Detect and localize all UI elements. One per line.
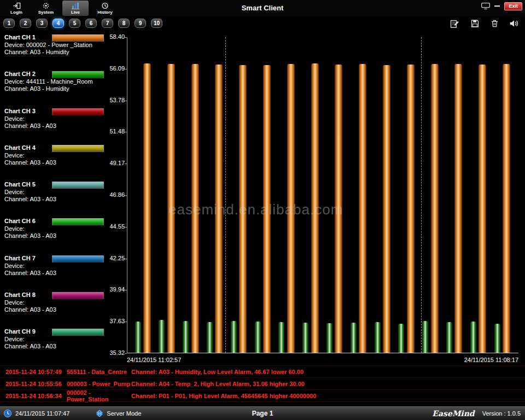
y-axis-label: 35.32 [109, 349, 125, 356]
x-axis-labels: 24/11/2015 11:02:57 24/11/2015 11:08:17 [127, 357, 518, 363]
save-button[interactable] [468, 18, 481, 30]
bar-ch2 [398, 324, 404, 353]
channel-color-swatch [52, 145, 104, 152]
display-toggle-button[interactable] [481, 2, 490, 10]
page-tab-8[interactable]: 8 [118, 19, 130, 28]
channel-device: Device: [4, 152, 25, 159]
live-chart: easemind.en.alibaba.com 24/11/2015 11:02… [109, 31, 525, 365]
channel-device: Device: 444111 - Machine_Room [4, 78, 93, 85]
live-icon [71, 2, 80, 9]
bar-ch2 [183, 321, 189, 353]
version-label: Version : 1.0.5 [482, 410, 521, 417]
channel-color-swatch [52, 292, 104, 299]
bar-ch1 [263, 65, 271, 353]
bar-ch1 [454, 64, 462, 353]
page-tab-1[interactable]: 1 [3, 19, 15, 28]
channel-name: Chart CH 9 [4, 328, 36, 335]
chart-plot-area: easemind.en.alibaba.com [127, 37, 518, 353]
y-axis-label: 39.94 [109, 286, 125, 293]
channel-channel: Channel: A03 - A03 [4, 343, 56, 349]
edit-button[interactable] [448, 18, 462, 30]
status-bar: 24/11/2015 11:07:47 Server Mode Page 1 E… [0, 406, 525, 420]
page-tab-4[interactable]: 4 [52, 19, 64, 28]
channel-color-swatch [52, 34, 104, 42]
channel-device: Device: [4, 336, 25, 342]
x-axis-start-label: 24/11/2015 11:02:57 [127, 357, 181, 363]
channel-device: Device: [4, 262, 25, 269]
channel-name: Chart CH 4 [4, 144, 36, 151]
page-tabs: 12345678910 [3, 19, 162, 28]
bar-ch2 [470, 322, 476, 353]
page-tab-10[interactable]: 10 [151, 19, 162, 28]
bar-ch1 [215, 65, 223, 353]
nav-live-button[interactable]: Live [62, 1, 89, 16]
y-axis-label: 58.40 [109, 33, 125, 40]
bar-ch2 [255, 322, 261, 353]
y-axis-tick [125, 290, 127, 290]
bar-ch2 [422, 321, 428, 353]
page-tab-9[interactable]: 9 [135, 19, 146, 28]
alarm-row[interactable]: 2015-11-24 10:56:34000002 - Power_Statio… [0, 390, 525, 402]
page-tab-6[interactable]: 6 [85, 19, 97, 28]
channel-legend-9[interactable]: Chart CH 9Device:Channel: A03 - A03 [0, 328, 109, 365]
channel-name: Chart CH 2 [4, 71, 36, 77]
bar-ch1 [431, 64, 439, 353]
smart-client-window: LoginSystemLiveHistory Smart Client Exit… [0, 0, 525, 420]
vertical-gridline [421, 37, 422, 353]
alarm-row[interactable]: 2015-11-24 10:55:56000003 - Power_PumpCh… [0, 378, 525, 390]
bar-ch1 [407, 65, 415, 353]
bar-ch1 [167, 64, 175, 353]
server-mode-label: Server Mode [107, 410, 141, 417]
channel-legend-5[interactable]: Chart CH 5Device:Channel: A03 - A03 [0, 181, 109, 218]
nav-label: Login [10, 10, 22, 15]
minimize-button[interactable] [494, 2, 500, 10]
nav-login-button[interactable]: Login [3, 1, 30, 16]
channel-legend-7[interactable]: Chart CH 7Device:Channel: A03 - A03 [0, 255, 109, 291]
channel-device: Device: [4, 299, 25, 306]
channel-name: Chart CH 8 [4, 291, 36, 298]
bar-ch1 [311, 63, 319, 353]
bar-ch2 [302, 323, 308, 353]
bar-ch1 [287, 64, 295, 353]
alarm-row[interactable]: 2015-11-24 10:57:49555111 - Data_CentreC… [0, 366, 525, 378]
channel-color-swatch [52, 255, 104, 262]
y-axis-tick [125, 353, 127, 354]
channel-channel: Channel: A03 - A03 [4, 270, 56, 276]
x-axis-end-label: 24/11/2015 11:08:17 [464, 357, 518, 363]
nav-system-button[interactable]: System [33, 1, 59, 16]
channel-legend-6[interactable]: Chart CH 6Device:Channel: A03 - A03 [0, 218, 109, 254]
page-tab-7[interactable]: 7 [102, 19, 113, 28]
nav-label: System [38, 10, 54, 15]
nav-history-button[interactable]: History [92, 1, 118, 16]
bar-ch2 [375, 322, 381, 353]
channel-legend-3[interactable]: Chart CH 3Device:Channel: A03 - A03 [0, 108, 109, 144]
history-icon [101, 2, 109, 9]
system-icon [42, 2, 50, 9]
channel-legend-1[interactable]: Chart CH 1Device: 000002 - Power _Statio… [0, 34, 109, 71]
audio-button[interactable] [508, 18, 521, 30]
clock-icon [3, 409, 12, 418]
login-icon [13, 2, 21, 9]
bar-ch2 [494, 324, 500, 353]
channel-legend-4[interactable]: Chart CH 4Device:Channel: A03 - A03 [0, 144, 109, 181]
channel-channel: Channel: A03 - Humidity [4, 85, 69, 92]
alarm-message: Channel: A03 - Humidity, Low Level Alarm… [131, 369, 525, 375]
y-axis-tick [125, 195, 127, 196]
bar-ch2 [207, 322, 213, 353]
channel-legend-2[interactable]: Chart CH 2Device: 444111 - Machine_RoomC… [0, 71, 109, 107]
page-tab-5[interactable]: 5 [69, 19, 80, 28]
channel-device: Device: 000002 - Power _Station [4, 42, 92, 48]
exit-button[interactable]: Exit [504, 2, 522, 10]
page-tab-2[interactable]: 2 [20, 19, 31, 28]
y-axis-tick [125, 69, 127, 69]
bar-ch1 [383, 65, 390, 353]
channel-legend-8[interactable]: Chart CH 8Device:Channel: A03 - A03 [0, 291, 109, 328]
channel-legend-sidebar: Chart CH 1Device: 000002 - Power _Statio… [0, 32, 109, 365]
channel-name: Chart CH 1 [4, 34, 36, 40]
delete-button[interactable] [488, 18, 501, 30]
alarm-time: 2015-11-24 10:57:49 [0, 369, 67, 375]
page-tab-3[interactable]: 3 [36, 19, 48, 28]
brand-area: EaseMind Version : 1.0.5 [432, 409, 521, 418]
y-axis-label: 37.63 [109, 318, 125, 324]
bar-ch2 [351, 323, 357, 353]
